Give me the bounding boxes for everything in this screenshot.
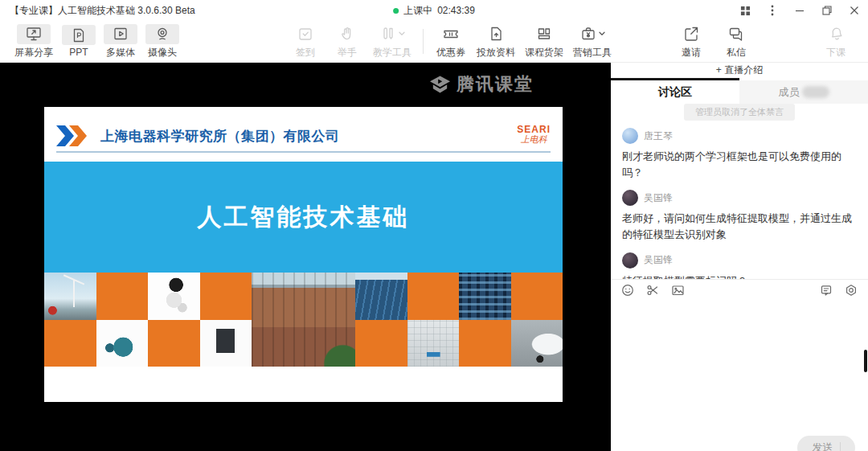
message-text: 老师好，请问如何生成特征提取模型，并通过生成的特征模型去识别对象 [622,211,857,243]
watermark-text: 腾讯课堂 [457,72,534,96]
presentation-stage: 腾讯课堂 上海电器科学研究所（集团）有限公司 SEARI 上电科 人工智能技术基… [0,63,611,451]
teaching-tools-button[interactable]: 教学工具 [368,21,416,62]
raise-hand-label: 举手 [338,46,357,59]
photo-tile-grid [44,273,563,367]
seari-logo-top: SEARI [517,125,551,135]
message-sender-name: 吴国锋 [644,191,673,205]
shelf-button[interactable]: 课程货架 [520,21,568,62]
slide: 上海电器科学研究所（集团）有限公司 SEARI 上电科 人工智能技术基础 [44,107,563,402]
marketing-tools-button[interactable]: 营销工具 [568,21,616,62]
live-intro-tab[interactable]: + 直播介绍 [611,63,868,78]
chat-scrollbar[interactable] [864,350,867,372]
message-sender-name: 吴国锋 [644,253,673,267]
class-status-label: 上课中 [403,4,432,18]
chat-settings-gear-icon[interactable] [845,284,858,297]
camera-icon [145,24,179,44]
teaching-tools-icon [379,25,397,43]
photo-tile-wind [44,273,96,320]
end-class-button[interactable]: 下课 [815,21,857,62]
close-icon[interactable] [849,5,860,16]
materials-icon [479,24,513,44]
tencent-classroom-watermark: 腾讯课堂 [429,72,534,96]
checkin-icon [289,24,322,44]
tab-members-label: 成员 [779,85,800,100]
emoji-picker-icon[interactable] [621,284,634,297]
marketing-tools-icon [579,25,597,43]
orange-tile [44,320,96,367]
send-split-divider [840,442,841,451]
main-toolbar: 屏幕分享 PPT 多媒体 摄像头 签到 举手 [0,21,868,63]
message-history-icon[interactable] [820,284,833,297]
teaching-tools-label: 教学工具 [373,46,411,59]
photo-tile-car [511,320,563,367]
message-sender-name: 唐王琴 [644,129,673,143]
shelf-icon [527,24,561,44]
materials-button[interactable]: 投放资料 [472,21,520,62]
photo-tile-building [252,273,355,367]
more-menu-icon[interactable] [767,5,778,16]
member-count-blurred [802,86,829,98]
image-upload-icon[interactable] [671,284,685,297]
orange-tile [511,273,563,320]
invite-button[interactable]: 邀请 [669,21,714,62]
private-message-icon [719,24,753,44]
toolbar-divider [423,29,424,54]
marketing-tools-label: 营销工具 [573,46,612,59]
orange-tile [459,320,511,367]
coupon-icon [434,24,468,44]
raise-hand-button[interactable]: 举手 [326,21,368,62]
tab-discussion[interactable]: 讨论区 [611,80,739,104]
photo-tile-bluebldg [459,273,511,320]
class-timer: 02:43:39 [437,5,475,16]
multimedia-label: 多媒体 [106,46,135,59]
ppt-button[interactable]: PPT [58,21,100,62]
message-text: 刚才老师说的两个学习框架也是可以免费使用的吗？ [622,149,857,181]
screen-share-icon [17,24,51,44]
avatar [622,252,638,269]
send-button[interactable]: 发送 [797,436,855,451]
camera-label: 摄像头 [148,46,177,59]
chat-panel: + 直播介绍 讨论区 成员 管理员取消了全体禁言 唐王琴 刚才老师说的两个学习框… [611,63,868,451]
mute-notice: 管理员取消了全体禁言 [684,104,795,121]
chat-message: 唐王琴 刚才老师说的两个学习框架也是可以免费使用的吗？ [622,128,857,181]
layout-grid-icon[interactable] [739,5,751,16]
minimize-icon[interactable] [794,5,805,16]
orange-tile [407,273,460,320]
checkin-label: 签到 [296,46,315,59]
slide-title: 人工智能技术基础 [198,201,410,234]
invite-label: 邀请 [682,46,701,59]
camera-button[interactable]: 摄像头 [141,21,183,62]
seari-logo-bottom: 上电科 [517,135,551,145]
photo-tile-breaker [200,320,252,367]
orange-tile [355,320,407,367]
end-class-label: 下课 [826,46,845,59]
window-title: 【专业课】人工智能技术基础 3.0.6.30 Beta [10,4,195,18]
chevron-down-icon [399,31,405,36]
double-chevron-icon [56,125,93,146]
photo-tile-whiteroom [407,320,460,367]
checkin-button[interactable]: 签到 [285,21,326,62]
coupon-button[interactable]: 优惠券 [430,21,472,62]
private-message-button[interactable]: 私信 [714,21,759,62]
orange-tile [148,320,200,367]
class-status: 上课中 02:43:39 [393,4,475,18]
end-class-bell-icon [819,24,853,44]
coupon-label: 优惠券 [436,46,465,59]
screenshot-scissors-icon[interactable] [646,284,659,297]
tab-members[interactable]: 成员 [739,80,868,104]
multimedia-button[interactable]: 多媒体 [100,21,141,62]
photo-tile-solar [355,273,407,320]
materials-label: 投放资料 [477,46,515,59]
restore-icon[interactable] [821,5,833,16]
live-status-dot [393,8,399,14]
screen-share-label: 屏幕分享 [14,46,53,59]
tencent-classroom-logo-icon [429,75,451,94]
invite-icon [674,24,708,44]
photo-tile-motor [96,320,149,367]
ppt-icon [62,25,96,45]
screen-share-button[interactable]: 屏幕分享 [10,21,58,62]
message-text: 特征提取模型需要标记吗？ [622,273,857,279]
chat-input[interactable] [611,301,868,451]
multimedia-icon [104,24,137,44]
ppt-label: PPT [69,47,88,58]
